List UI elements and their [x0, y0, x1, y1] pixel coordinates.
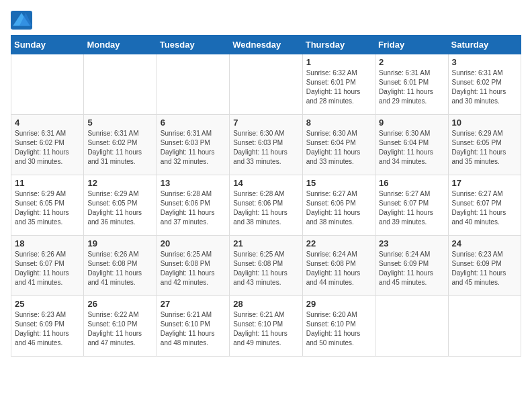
week-row-4: 18Sunrise: 6:26 AMSunset: 6:07 PMDayligh…: [11, 236, 521, 296]
weekday-header-wednesday: Wednesday: [230, 36, 302, 54]
day-number: 1: [306, 57, 371, 67]
day-info: Sunrise: 6:22 AMSunset: 6:10 PMDaylight:…: [87, 310, 152, 348]
calendar-cell: 18Sunrise: 6:26 AMSunset: 6:07 PMDayligh…: [11, 236, 84, 296]
day-info: Sunrise: 6:32 AMSunset: 6:01 PMDaylight:…: [306, 68, 371, 106]
day-info: Sunrise: 6:25 AMSunset: 6:08 PMDaylight:…: [161, 250, 226, 287]
weekday-header-row: SundayMondayTuesdayWednesdayThursdayFrid…: [11, 36, 521, 54]
calendar-cell: [11, 54, 84, 115]
calendar-cell: 6Sunrise: 6:31 AMSunset: 6:03 PMDaylight…: [157, 115, 229, 175]
day-info: Sunrise: 6:23 AMSunset: 6:09 PMDaylight:…: [452, 250, 517, 287]
day-number: 7: [233, 118, 298, 128]
day-number: 13: [161, 178, 226, 188]
calendar-cell: 1Sunrise: 6:32 AMSunset: 6:01 PMDaylight…: [302, 54, 375, 115]
day-info: Sunrise: 6:27 AMSunset: 6:07 PMDaylight:…: [452, 189, 517, 227]
day-info: Sunrise: 6:25 AMSunset: 6:08 PMDaylight:…: [233, 250, 298, 287]
calendar-cell: 13Sunrise: 6:28 AMSunset: 6:06 PMDayligh…: [157, 175, 229, 236]
day-info: Sunrise: 6:26 AMSunset: 6:08 PMDaylight:…: [87, 250, 152, 287]
calendar-cell: 12Sunrise: 6:29 AMSunset: 6:05 PMDayligh…: [84, 175, 157, 236]
day-number: 21: [233, 238, 298, 248]
calendar-cell: 11Sunrise: 6:29 AMSunset: 6:05 PMDayligh…: [11, 175, 84, 236]
calendar-cell: 19Sunrise: 6:26 AMSunset: 6:08 PMDayligh…: [84, 236, 157, 296]
calendar-cell: 17Sunrise: 6:27 AMSunset: 6:07 PMDayligh…: [448, 175, 521, 236]
day-info: Sunrise: 6:26 AMSunset: 6:07 PMDaylight:…: [15, 250, 80, 287]
day-info: Sunrise: 6:31 AMSunset: 6:02 PMDaylight:…: [87, 129, 152, 167]
day-info: Sunrise: 6:30 AMSunset: 6:04 PMDaylight:…: [306, 129, 371, 167]
day-number: 29: [306, 299, 371, 309]
calendar-cell: 25Sunrise: 6:23 AMSunset: 6:09 PMDayligh…: [11, 296, 84, 357]
calendar-cell: [230, 54, 302, 115]
calendar-cell: 22Sunrise: 6:24 AMSunset: 6:08 PMDayligh…: [302, 236, 375, 296]
calendar-cell: [448, 296, 521, 357]
calendar-cell: 23Sunrise: 6:24 AMSunset: 6:09 PMDayligh…: [375, 236, 448, 296]
day-info: Sunrise: 6:29 AMSunset: 6:05 PMDaylight:…: [15, 189, 80, 227]
day-number: 15: [306, 178, 371, 188]
day-info: Sunrise: 6:21 AMSunset: 6:10 PMDaylight:…: [161, 310, 226, 348]
calendar-cell: [375, 296, 448, 357]
day-number: 28: [233, 299, 298, 309]
calendar-cell: 4Sunrise: 6:31 AMSunset: 6:02 PMDaylight…: [11, 115, 84, 175]
day-number: 16: [379, 178, 444, 188]
day-info: Sunrise: 6:27 AMSunset: 6:07 PMDaylight:…: [379, 189, 444, 227]
calendar-cell: 27Sunrise: 6:21 AMSunset: 6:10 PMDayligh…: [157, 296, 229, 357]
day-info: Sunrise: 6:30 AMSunset: 6:03 PMDaylight:…: [233, 129, 298, 167]
calendar-cell: 2Sunrise: 6:31 AMSunset: 6:01 PMDaylight…: [375, 54, 448, 115]
day-number: 5: [87, 118, 152, 128]
day-number: 18: [15, 238, 80, 248]
day-info: Sunrise: 6:24 AMSunset: 6:09 PMDaylight:…: [379, 250, 444, 287]
calendar-cell: 28Sunrise: 6:21 AMSunset: 6:10 PMDayligh…: [230, 296, 302, 357]
day-number: 23: [379, 238, 444, 248]
day-number: 19: [87, 238, 152, 248]
day-number: 20: [161, 238, 226, 248]
calendar-cell: 8Sunrise: 6:30 AMSunset: 6:04 PMDaylight…: [302, 115, 375, 175]
day-info: Sunrise: 6:27 AMSunset: 6:06 PMDaylight:…: [306, 189, 371, 227]
day-info: Sunrise: 6:31 AMSunset: 6:02 PMDaylight:…: [452, 68, 517, 106]
logo: [11, 11, 34, 30]
week-row-5: 25Sunrise: 6:23 AMSunset: 6:09 PMDayligh…: [11, 296, 521, 357]
day-info: Sunrise: 6:28 AMSunset: 6:06 PMDaylight:…: [161, 189, 226, 227]
calendar-table: SundayMondayTuesdayWednesdayThursdayFrid…: [11, 35, 521, 357]
day-info: Sunrise: 6:30 AMSunset: 6:04 PMDaylight:…: [379, 129, 444, 167]
day-number: 9: [379, 118, 444, 128]
calendar-cell: 10Sunrise: 6:29 AMSunset: 6:05 PMDayligh…: [448, 115, 521, 175]
generalblue-logo-icon: [11, 11, 32, 30]
day-number: 12: [87, 178, 152, 188]
day-info: Sunrise: 6:21 AMSunset: 6:10 PMDaylight:…: [233, 310, 298, 348]
calendar-cell: 9Sunrise: 6:30 AMSunset: 6:04 PMDaylight…: [375, 115, 448, 175]
day-info: Sunrise: 6:29 AMSunset: 6:05 PMDaylight:…: [452, 129, 517, 167]
day-info: Sunrise: 6:24 AMSunset: 6:08 PMDaylight:…: [306, 250, 371, 287]
calendar-cell: 26Sunrise: 6:22 AMSunset: 6:10 PMDayligh…: [84, 296, 157, 357]
day-number: 26: [87, 299, 152, 309]
day-number: 4: [15, 118, 80, 128]
header: [11, 11, 521, 30]
day-number: 11: [15, 178, 80, 188]
day-info: Sunrise: 6:23 AMSunset: 6:09 PMDaylight:…: [15, 310, 80, 348]
day-info: Sunrise: 6:31 AMSunset: 6:03 PMDaylight:…: [161, 129, 226, 167]
day-number: 2: [379, 57, 444, 67]
calendar-cell: 16Sunrise: 6:27 AMSunset: 6:07 PMDayligh…: [375, 175, 448, 236]
calendar-cell: [157, 54, 229, 115]
weekday-header-sunday: Sunday: [11, 36, 84, 54]
calendar-cell: 15Sunrise: 6:27 AMSunset: 6:06 PMDayligh…: [302, 175, 375, 236]
calendar-cell: 5Sunrise: 6:31 AMSunset: 6:02 PMDaylight…: [84, 115, 157, 175]
weekday-header-thursday: Thursday: [302, 36, 375, 54]
day-number: 17: [452, 178, 517, 188]
calendar-cell: 14Sunrise: 6:28 AMSunset: 6:06 PMDayligh…: [230, 175, 302, 236]
day-info: Sunrise: 6:29 AMSunset: 6:05 PMDaylight:…: [87, 189, 152, 227]
calendar-cell: 29Sunrise: 6:20 AMSunset: 6:10 PMDayligh…: [302, 296, 375, 357]
weekday-header-monday: Monday: [84, 36, 157, 54]
day-number: 27: [161, 299, 226, 309]
calendar-cell: 7Sunrise: 6:30 AMSunset: 6:03 PMDaylight…: [230, 115, 302, 175]
week-row-2: 4Sunrise: 6:31 AMSunset: 6:02 PMDaylight…: [11, 115, 521, 175]
day-number: 25: [15, 299, 80, 309]
day-number: 14: [233, 178, 298, 188]
day-info: Sunrise: 6:28 AMSunset: 6:06 PMDaylight:…: [233, 189, 298, 227]
weekday-header-tuesday: Tuesday: [157, 36, 229, 54]
week-row-3: 11Sunrise: 6:29 AMSunset: 6:05 PMDayligh…: [11, 175, 521, 236]
weekday-header-saturday: Saturday: [448, 36, 521, 54]
day-number: 10: [452, 118, 517, 128]
day-number: 22: [306, 238, 371, 248]
calendar-cell: 3Sunrise: 6:31 AMSunset: 6:02 PMDaylight…: [448, 54, 521, 115]
day-info: Sunrise: 6:31 AMSunset: 6:01 PMDaylight:…: [379, 68, 444, 106]
calendar-cell: 24Sunrise: 6:23 AMSunset: 6:09 PMDayligh…: [448, 236, 521, 296]
day-info: Sunrise: 6:31 AMSunset: 6:02 PMDaylight:…: [15, 129, 80, 167]
